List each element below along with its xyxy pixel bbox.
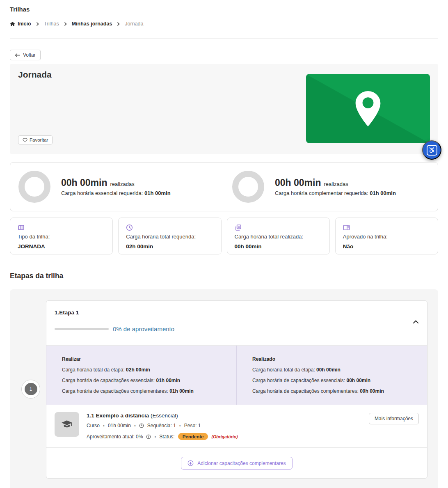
info-value: 02h 00min	[126, 243, 213, 250]
trail-title: Jornada	[18, 70, 52, 80]
copy-icon	[235, 224, 322, 231]
stage-card: 1.Etapa 1 0% de aproveitamento Realizar …	[46, 300, 427, 479]
summary-todo: Realizar Carga horária total da etapa: 0…	[46, 346, 237, 405]
done-hours-card: Carga horária total realizada: 00h 00min	[227, 218, 330, 254]
graduation-cap-icon	[62, 420, 72, 428]
info-icon	[146, 434, 151, 439]
info-value: JORNADA	[18, 243, 105, 250]
header-divider	[10, 38, 438, 39]
trail-info-cards: Tipo da trilha: JORNADA Carga horária to…	[10, 218, 438, 254]
arrow-left-icon	[15, 53, 20, 57]
essential-workload-stat: 00h 00min realizadas Carga horária essen…	[10, 163, 224, 211]
breadcrumb-home[interactable]: Início	[10, 21, 31, 27]
approved-card: Aprovado na trilha: Não	[335, 218, 438, 254]
summary-row: Carga horária de capacitações essenciais…	[62, 378, 228, 383]
breadcrumb: Início Trilhas Minhas jornadas Jornada	[10, 21, 144, 27]
mandatory-tag: (Obrigatório)	[211, 434, 238, 439]
info-label: Carga horária total realizada:	[235, 234, 322, 240]
dot-separator	[154, 434, 156, 440]
info-value: 00h 00min	[235, 243, 322, 250]
dot-separator	[134, 423, 136, 428]
stage-summary-panel: Realizar Carga horária total da etapa: 0…	[46, 346, 427, 405]
chevron-right-icon	[117, 22, 120, 26]
stage-number: 1	[25, 383, 37, 395]
breadcrumb-current: Jornada	[125, 21, 143, 27]
history-clock-icon	[139, 423, 144, 428]
chevron-up-icon	[413, 320, 419, 324]
heart-icon	[23, 138, 27, 142]
essential-progress-ring	[18, 171, 50, 203]
stages-container: 1 1.Etapa 1 0% de aproveitamento Realiza…	[10, 289, 438, 488]
complementary-progress-ring	[232, 171, 264, 203]
course-tag: (Essencial)	[151, 412, 178, 419]
page-title: Trilhas	[10, 6, 30, 13]
complementary-hours-value: 00h 00min	[275, 177, 321, 188]
summary-done: Realizado Carga horária total da etapa: …	[237, 346, 427, 405]
summary-todo-title: Realizar	[62, 356, 228, 362]
stage-progress-bar	[55, 328, 109, 330]
chevron-right-icon	[64, 22, 67, 26]
stage-header: 1.Etapa 1 0% de aproveitamento	[46, 301, 427, 346]
summary-row: Carga horária de capacitações complement…	[252, 388, 419, 394]
trail-type-card: Tipo da trilha: JORNADA	[10, 218, 113, 254]
more-info-button[interactable]: Mais informações	[369, 413, 419, 424]
workload-summary-card: 00h 00min realizadas Carga horária essen…	[10, 162, 438, 211]
summary-row: Carga horária de capacitações essenciais…	[252, 378, 419, 383]
back-button[interactable]: Voltar	[10, 50, 41, 60]
info-label: Aprovado na trilha:	[343, 234, 430, 240]
essential-required-line: Carga horária essencial requerida: 01h 0…	[61, 190, 171, 196]
info-value: Não	[343, 243, 430, 250]
summary-row: Carga horária total da etapa: 02h 00min	[62, 367, 228, 373]
status-badge: Pendente	[178, 433, 208, 440]
plus-circle-icon	[187, 460, 194, 466]
required-hours-card: Carga horária total requerida: 02h 00min	[118, 218, 221, 254]
clock-icon	[126, 224, 213, 231]
breadcrumb-trilhas[interactable]: Trilhas	[44, 21, 59, 27]
course-sequence: Sequência: 1	[147, 423, 176, 428]
breadcrumb-minhas-jornadas[interactable]: Minhas jornadas	[72, 21, 112, 27]
course-duration: 01h 00min	[108, 423, 131, 428]
accessibility-fab[interactable]: ♿	[422, 140, 441, 160]
dot-separator	[179, 423, 181, 428]
course-title: 1.1 Exemplo a distância (Essencial)	[87, 412, 238, 419]
course-weight: Peso: 1	[184, 423, 201, 428]
map-pin-icon	[355, 91, 381, 126]
course-status-row: Aproveitamento atual: 0% Status: Pendent…	[87, 433, 238, 440]
summary-row: Carga horária total da etapa: 00h 00min	[252, 367, 419, 373]
info-label: Carga horária total requerida:	[126, 234, 213, 240]
dot-separator	[103, 423, 105, 428]
card-icon	[343, 224, 430, 231]
info-label: Tipo da trilha:	[18, 234, 105, 240]
course-info: 1.1 Exemplo a distância (Essencial) Curs…	[87, 412, 238, 440]
page: Trilhas Início Trilhas Minhas jornadas J…	[0, 0, 448, 488]
stage-number-indicator: 1	[21, 380, 40, 399]
status-label: Status:	[159, 434, 174, 440]
map-icon	[18, 224, 105, 231]
collapse-stage-button[interactable]	[413, 320, 419, 324]
favorite-button[interactable]: Favoritar	[18, 135, 53, 144]
stage-title: 1.Etapa 1	[55, 309, 79, 316]
essential-hours-value: 00h 00min	[61, 177, 107, 188]
trail-cover-image	[306, 74, 430, 143]
course-meta-row: Curso 01h 00min Sequência: 1 Peso: 1	[87, 423, 238, 428]
summary-row: Carga horária de capacitações complement…	[62, 388, 228, 394]
home-icon	[10, 21, 15, 27]
chevron-right-icon	[36, 22, 39, 26]
stage-progress: 0% de aproveitamento	[55, 325, 174, 332]
summary-done-title: Realizado	[252, 356, 419, 362]
stage-progress-label: 0% de aproveitamento	[113, 325, 174, 332]
complementary-workload-stat: 00h 00min realizadas Carga horária compl…	[224, 163, 438, 211]
complementary-hours-suffix: realizadas	[324, 181, 348, 187]
course-type: Curso	[87, 423, 100, 428]
stage-footer: Adicionar capacitações complementares	[46, 448, 427, 479]
essential-hours-suffix: realizadas	[110, 181, 135, 187]
trail-hero-card: Jornada Favoritar	[10, 64, 438, 154]
stages-heading: Etapas da trilha	[10, 272, 63, 280]
course-progress: Aproveitamento atual: 0%	[87, 434, 143, 440]
complementary-required-line: Carga horária complementar requerida: 01…	[275, 190, 396, 196]
accessibility-icon: ♿	[427, 145, 437, 156]
course-item: 1.1 Exemplo a distância (Essencial) Curs…	[46, 405, 427, 448]
course-thumbnail	[55, 412, 79, 437]
add-complementary-button[interactable]: Adicionar capacitações complementares	[181, 457, 292, 470]
